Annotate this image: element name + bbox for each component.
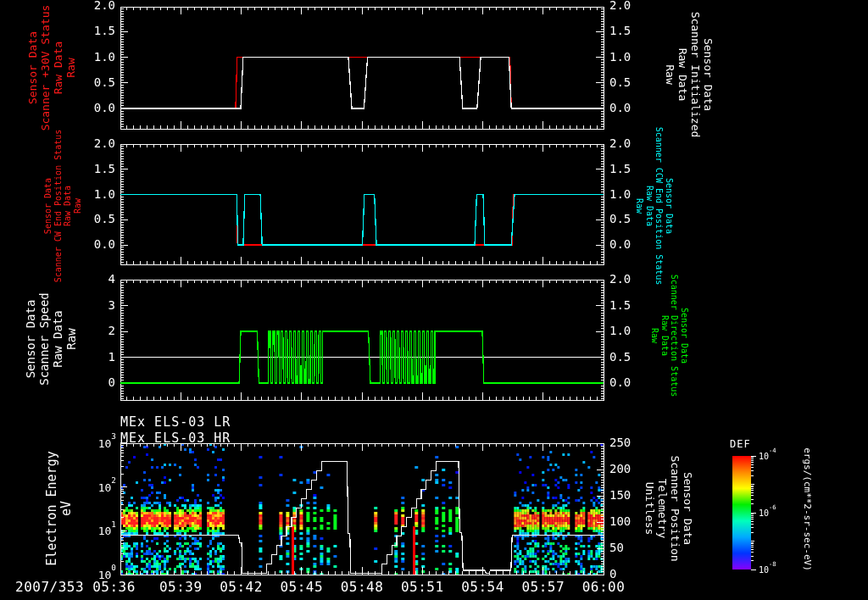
y-tick-label: 2.0 <box>609 136 631 150</box>
telemetry-tick-label: 150 <box>609 488 631 502</box>
energy-tick-label: 102 <box>57 480 116 494</box>
y-tick-label: 1.0 <box>56 187 115 201</box>
spectrogram-title-hr: MEx ELS-03 HR <box>120 431 231 446</box>
energy-tick-label: 101 <box>57 523 116 537</box>
y-tick-label: 0.5 <box>609 350 631 364</box>
time-tick-label: 05:57 <box>521 579 565 595</box>
y-tick-label: 0.5 <box>56 75 115 89</box>
y-tick-label: 0.0 <box>609 375 631 389</box>
y-tick-label: 1.0 <box>609 187 631 201</box>
y-tick-label: 0.0 <box>56 237 115 251</box>
telemetry-tick-label: 200 <box>609 462 631 475</box>
y-tick-label: 2.0 <box>609 0 631 12</box>
colorbar-tick-label: 10-8 <box>759 564 776 575</box>
y-tick-label: 0.5 <box>609 212 631 225</box>
figure: MEx ELS-03 LR MEx ELS-03 HR DEF ergs/(cm… <box>0 0 868 600</box>
y-tick-label: 0.5 <box>56 212 115 225</box>
panel2-left-axis-label: Sensor DataScanner CW End Position Statu… <box>43 130 82 283</box>
y-tick-label: 2.0 <box>609 272 631 286</box>
date-time-tick-label: 2007/353 05:36 <box>15 579 136 595</box>
telemetry-tick-label: 100 <box>609 514 631 528</box>
y-tick-label: 1.5 <box>609 24 631 37</box>
colorbar-title: DEF <box>730 438 751 450</box>
y-tick-label: 1.0 <box>609 324 631 337</box>
energy-tick-label: 103 <box>57 436 116 450</box>
panel3-right-axis-label: Sensor DataScanner Direction StatusRaw D… <box>650 275 689 397</box>
y-tick-label: 1.5 <box>56 162 115 175</box>
y-tick-label: 1.5 <box>609 298 631 312</box>
colorbar-unit-label: ergs/(cm**2-sr-sec-eV) <box>802 447 813 571</box>
y-tick-label: 0.5 <box>609 75 631 89</box>
time-tick-label: 05:39 <box>159 579 203 595</box>
telemetry-tick-label: 250 <box>609 436 631 449</box>
telemetry-tick-label: 50 <box>609 541 624 554</box>
panel4-left-axis-label: Electron EnergyeV <box>45 451 75 565</box>
y-tick-label: 0.0 <box>609 237 631 251</box>
y-tick-label: 3 <box>56 298 115 312</box>
time-tick-label: 05:42 <box>220 579 263 595</box>
panel1-right-axis-label: Sensor DataScanner InitializedRaw DataRa… <box>663 12 714 138</box>
colorbar-tick-label: 10-4 <box>759 450 776 461</box>
y-tick-label: 1.5 <box>609 162 631 175</box>
colorbar-tick-label: 10-6 <box>759 507 776 518</box>
y-tick-label: 1.5 <box>56 24 115 37</box>
panel4-right-axis-label: Sensor DataScanner PositionTelemetryUnit… <box>643 455 693 561</box>
time-tick-label: 06:00 <box>582 579 626 595</box>
y-tick-label: 0.0 <box>609 101 631 114</box>
time-tick-label: 05:45 <box>280 579 323 595</box>
y-tick-label: 1.0 <box>609 50 631 64</box>
y-tick-label: 2 <box>56 324 115 337</box>
time-tick-label: 05:48 <box>341 579 384 595</box>
y-tick-label: 0 <box>56 375 115 389</box>
time-tick-label: 05:54 <box>461 579 504 595</box>
y-tick-label: 4 <box>56 272 115 286</box>
y-tick-label: 2.0 <box>56 136 115 150</box>
time-tick-label: 05:51 <box>401 579 444 595</box>
y-tick-label: 0.0 <box>56 101 115 114</box>
spectrogram-title-lr: MEx ELS-03 LR <box>120 414 231 430</box>
panel2-right-axis-label: Sensor DataScanner CCW End Position Stat… <box>635 127 674 286</box>
y-tick-label: 1 <box>56 350 115 364</box>
labels-layer: MEx ELS-03 LR MEx ELS-03 HR DEF ergs/(cm… <box>0 0 868 600</box>
y-tick-label: 2.0 <box>56 0 115 12</box>
y-tick-label: 1.0 <box>56 50 115 64</box>
